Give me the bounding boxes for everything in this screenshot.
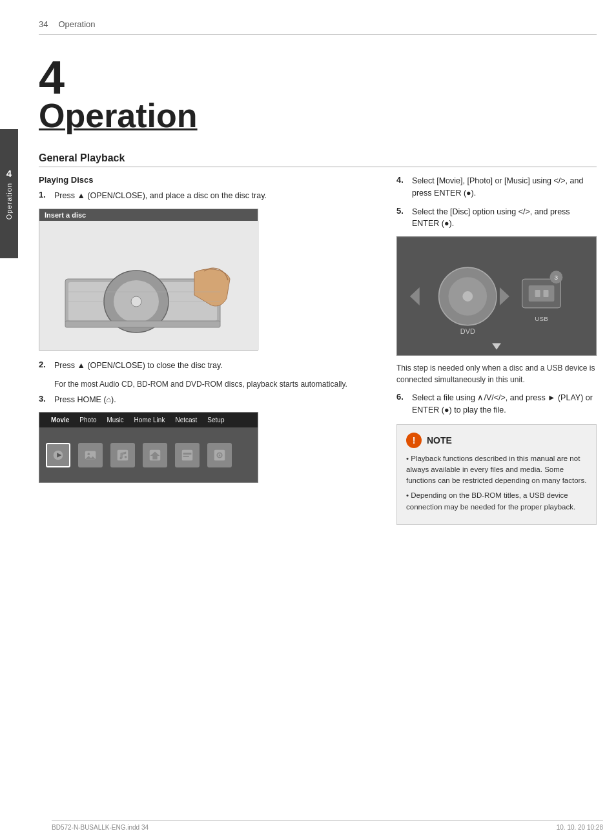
svg-rect-20 — [183, 456, 189, 457]
home-screen-image: Movie Photo Music Home Link Netcast Setu… — [39, 412, 258, 483]
svg-text:USB: USB — [535, 315, 548, 322]
home-icon-music — [110, 443, 135, 467]
step-2-subtext: For the most Audio CD, BD-ROM and DVD-RO… — [54, 380, 347, 389]
step-1-text: Press ▲ (OPEN/CLOSE), and place a disc o… — [54, 190, 267, 202]
svg-rect-19 — [183, 453, 192, 455]
svg-rect-18 — [182, 450, 193, 461]
step-2-text: Press ▲ (OPEN/CLOSE) to close the disc t… — [54, 360, 223, 372]
section-general-playback: General Playback — [39, 152, 597, 167]
step-3-num: 3. — [39, 394, 50, 404]
note-title: NOTE — [427, 435, 452, 446]
insert-disc-box: Insert a disc — [39, 209, 258, 351]
dvd-caption: This step is needed only when a disc and… — [396, 362, 597, 385]
note-box: ! NOTE Playback functions described in t… — [396, 424, 597, 525]
home-menu-music: Music — [101, 415, 128, 425]
right-column: 4. Select [Movie], [Photo] or [Music] us… — [396, 175, 597, 525]
subsection-playing-discs: Playing Discs — [39, 175, 377, 185]
step-6-num: 6. — [396, 392, 408, 402]
home-icons-row — [39, 427, 258, 482]
home-menu-homelink: Home Link — [129, 415, 170, 425]
home-icon-netcast — [175, 443, 200, 467]
svg-point-15 — [119, 457, 122, 460]
note-icon: ! — [406, 433, 422, 448]
footer-left: BD572-N-BUSALLK-ENG.indd 34 — [52, 824, 149, 831]
step-2-num: 2. — [39, 360, 50, 369]
svg-point-28 — [462, 291, 473, 302]
home-menu-netcast: Netcast — [170, 415, 202, 425]
chapter-title: Operation — [39, 97, 597, 134]
home-menu-movie: Movie — [46, 415, 74, 425]
home-menu-photo: Photo — [74, 415, 101, 425]
side-tab-label: Operation — [5, 183, 13, 220]
step-4-num: 4. — [396, 175, 408, 185]
footer-right: 10. 10. 20 10:28 — [557, 824, 603, 831]
page-footer: BD572-N-BUSALLK-ENG.indd 34 10. 10. 20 1… — [52, 820, 603, 831]
svg-point-23 — [219, 455, 221, 456]
step-3: 3. Press HOME (⌂). — [39, 394, 377, 406]
left-column: Playing Discs 1. Press ▲ (OPEN/CLOSE), a… — [39, 175, 377, 525]
svg-text:DVD: DVD — [460, 327, 475, 335]
insert-disc-label: Insert a disc — [39, 209, 258, 221]
insert-disc-image — [39, 221, 259, 350]
step-5: 5. Select the [Disc] option using </>, a… — [396, 206, 597, 230]
home-icon-homelink — [143, 443, 167, 467]
home-icon-movie — [46, 443, 70, 467]
svg-rect-33 — [535, 290, 540, 297]
chapter-number: 4 — [39, 54, 597, 101]
note-header: ! NOTE — [406, 433, 587, 448]
step-2: 2. Press ▲ (OPEN/CLOSE) to close the dis… — [39, 360, 377, 372]
step-5-text: Select the [Disc] option using </>, and … — [412, 206, 597, 230]
home-menu-bar: Movie Photo Music Home Link Netcast Setu… — [39, 413, 258, 427]
side-tab: 4 Operation — [0, 129, 18, 775]
header-section-title: Operation — [58, 19, 95, 29]
home-menu-setup: Setup — [202, 415, 229, 425]
svg-rect-14 — [118, 450, 128, 461]
step-2-sub: For the most Audio CD, BD-ROM and DVD-RO… — [54, 378, 377, 390]
dvd-screen-box: DVD USB 3 — [396, 236, 597, 356]
svg-text:3: 3 — [555, 274, 559, 281]
step-1: 1. Press ▲ (OPEN/CLOSE), and place a dis… — [39, 190, 377, 202]
step-6: 6. Select a file using ∧/V/</>, and pres… — [396, 392, 597, 416]
svg-rect-34 — [544, 290, 549, 297]
step-3-text: Press HOME (⌂). — [54, 394, 116, 406]
step-1-num: 1. — [39, 190, 50, 200]
step-6-text: Select a file using ∧/V/</>, and press ►… — [412, 392, 597, 416]
step-4-text: Select [Movie], [Photo] or [Music] using… — [412, 175, 597, 200]
step-4: 4. Select [Movie], [Photo] or [Music] us… — [396, 175, 597, 200]
page-number: 34 — [39, 19, 48, 29]
svg-point-12 — [87, 453, 90, 455]
svg-point-16 — [125, 456, 127, 458]
side-tab-number: 4 — [6, 168, 12, 179]
note-item-2: Depending on the BD-ROM titles, a USB de… — [406, 490, 587, 513]
svg-point-4 — [131, 296, 141, 307]
home-icon-setup — [207, 443, 232, 467]
step-5-num: 5. — [396, 206, 408, 216]
page-header: 34 Operation — [39, 19, 597, 35]
note-item-1: Playback functions described in this man… — [406, 453, 587, 487]
svg-rect-5 — [65, 321, 220, 327]
home-icon-photo — [78, 443, 103, 467]
svg-rect-32 — [529, 285, 555, 302]
